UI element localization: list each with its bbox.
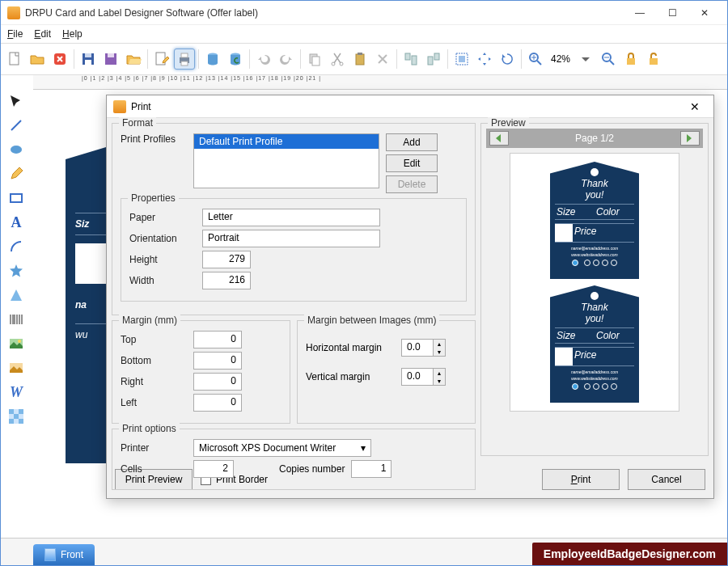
hmargin-field[interactable]: 0.0 bbox=[401, 339, 434, 357]
paper-field: Letter bbox=[202, 209, 380, 226]
margin-right-field[interactable]: 0 bbox=[193, 373, 242, 391]
margin-left-label: Left bbox=[121, 397, 187, 408]
copies-label: Copies number bbox=[279, 463, 345, 475]
star-tool-icon[interactable] bbox=[6, 261, 26, 281]
print-icon[interactable] bbox=[174, 49, 195, 70]
close-doc-icon[interactable] bbox=[49, 49, 70, 70]
copy-icon[interactable] bbox=[304, 49, 325, 70]
chevron-up-icon[interactable]: ▲ bbox=[434, 369, 445, 377]
margin-images-group: Margin between Images (mm) Horizontal ma… bbox=[297, 320, 476, 424]
ellipse-tool-icon[interactable] bbox=[6, 140, 26, 159]
svg-rect-10 bbox=[181, 61, 188, 65]
svg-rect-14 bbox=[312, 57, 320, 65]
arc-tool-icon[interactable] bbox=[6, 237, 26, 256]
menu-edit[interactable]: Edit bbox=[34, 28, 51, 40]
profiles-label: Print Profiles bbox=[121, 133, 187, 145]
printer-select[interactable]: Microsoft XPS Document Writer▾ bbox=[193, 439, 371, 457]
triangle-tool-icon[interactable] bbox=[6, 285, 26, 305]
open-folder-icon[interactable] bbox=[123, 49, 144, 70]
hmargin-spinner[interactable]: 0.0▲▼ bbox=[401, 339, 446, 357]
unlock-icon[interactable] bbox=[643, 49, 664, 70]
minimize-button[interactable]: — bbox=[624, 3, 656, 23]
margin-top-field[interactable]: 0 bbox=[193, 331, 242, 348]
cells-field[interactable]: 2 bbox=[193, 460, 234, 478]
open-icon[interactable] bbox=[27, 49, 48, 70]
barcode-tool-icon[interactable] bbox=[6, 310, 26, 329]
width-field: 216 bbox=[202, 272, 251, 289]
zoom-in-icon[interactable] bbox=[525, 49, 546, 70]
select-tool-icon[interactable] bbox=[6, 91, 26, 111]
prev-page-button[interactable] bbox=[489, 131, 509, 146]
image-tool-icon[interactable] bbox=[6, 334, 26, 353]
redo-icon[interactable] bbox=[276, 49, 297, 70]
preview-page: Thankyou! SizeColor Price name@emailaddr… bbox=[510, 153, 679, 412]
properties-group: Properties PaperLetter OrientationPortra… bbox=[121, 198, 467, 302]
preview-nav: Page 1/2 bbox=[486, 129, 703, 148]
svg-rect-21 bbox=[428, 57, 433, 65]
rotate-icon[interactable] bbox=[497, 49, 518, 70]
wordart-tool-icon[interactable]: W bbox=[6, 382, 26, 402]
chevron-down-icon[interactable]: ▼ bbox=[434, 377, 445, 385]
preview-tag-2: Thankyou! SizeColor Price name@emailaddr… bbox=[550, 285, 639, 403]
svg-rect-4 bbox=[85, 60, 91, 65]
dialog-close-button[interactable]: ✕ bbox=[683, 100, 707, 113]
chevron-down-icon: ▾ bbox=[361, 442, 366, 454]
tab-front-label: Front bbox=[61, 549, 83, 560]
tab-front[interactable]: Front bbox=[33, 544, 95, 565]
svg-point-29 bbox=[11, 146, 22, 154]
database-sync-icon[interactable] bbox=[225, 49, 246, 70]
copies-field[interactable]: 1 bbox=[351, 460, 392, 478]
zoom-out-icon[interactable] bbox=[598, 49, 619, 70]
cut-icon[interactable] bbox=[327, 49, 348, 70]
preview-legend: Preview bbox=[488, 117, 529, 129]
chevron-down-icon[interactable]: ▼ bbox=[434, 348, 445, 356]
dialog-titlebar: Print ✕ bbox=[107, 95, 713, 118]
svg-rect-20 bbox=[412, 56, 417, 65]
move-icon[interactable] bbox=[474, 49, 495, 70]
rectangle-tool-icon[interactable] bbox=[6, 188, 26, 208]
print-button[interactable]: Print bbox=[542, 469, 620, 490]
pattern-tool-icon[interactable] bbox=[6, 407, 26, 426]
hmargin-label: Horizontal margin bbox=[306, 342, 395, 353]
select-all-icon[interactable] bbox=[451, 49, 472, 70]
cancel-button[interactable]: Cancel bbox=[628, 469, 705, 490]
text-tool-icon[interactable]: A bbox=[6, 213, 26, 232]
save-icon[interactable] bbox=[78, 49, 99, 70]
edit-props-icon[interactable] bbox=[151, 49, 172, 70]
margin-left-field[interactable]: 0 bbox=[193, 394, 242, 412]
profiles-listbox[interactable]: Default Print Profile bbox=[193, 133, 379, 188]
undo-icon[interactable] bbox=[253, 49, 274, 70]
chevron-up-icon[interactable]: ▲ bbox=[434, 340, 445, 348]
printer-value: Microsoft XPS Document Writer bbox=[199, 442, 336, 454]
add-profile-button[interactable]: Add bbox=[386, 133, 438, 151]
save-as-icon[interactable] bbox=[100, 49, 121, 70]
preview-tag-1: Thankyou! SizeColor Price name@emailaddr… bbox=[550, 162, 639, 279]
menubar: File Edit Help bbox=[1, 25, 727, 43]
close-button[interactable]: ✕ bbox=[688, 3, 721, 23]
vmargin-spinner[interactable]: 0.0▲▼ bbox=[401, 368, 446, 386]
height-field: 279 bbox=[202, 251, 251, 268]
vmargin-field[interactable]: 0.0 bbox=[401, 368, 434, 386]
align-icon[interactable] bbox=[400, 49, 421, 70]
new-icon[interactable] bbox=[4, 49, 25, 70]
distribute-icon[interactable] bbox=[423, 49, 444, 70]
app-icon bbox=[7, 6, 20, 19]
pencil-tool-icon[interactable] bbox=[6, 164, 26, 184]
line-tool-icon[interactable] bbox=[6, 116, 26, 135]
menu-file[interactable]: File bbox=[7, 28, 23, 40]
lock-icon[interactable] bbox=[620, 49, 641, 70]
next-page-button[interactable] bbox=[680, 131, 700, 146]
zoom-dropdown-icon[interactable] bbox=[575, 49, 596, 70]
menu-help[interactable]: Help bbox=[62, 28, 83, 40]
edit-profile-button[interactable]: Edit bbox=[386, 154, 438, 172]
delete-icon[interactable] bbox=[372, 49, 393, 70]
vmargin-label: Vertical margin bbox=[306, 371, 395, 382]
maximize-button[interactable]: ☐ bbox=[656, 3, 688, 23]
delete-profile-button: Delete bbox=[386, 175, 438, 193]
print-dialog: Print ✕ Format Print Profiles Default Pr… bbox=[106, 95, 714, 499]
profile-item-selected[interactable]: Default Print Profile bbox=[194, 134, 379, 149]
margin-bottom-field[interactable]: 0 bbox=[193, 352, 242, 370]
picture-tool-icon[interactable] bbox=[6, 358, 26, 378]
database-icon[interactable] bbox=[202, 49, 223, 70]
paste-icon[interactable] bbox=[349, 49, 370, 70]
